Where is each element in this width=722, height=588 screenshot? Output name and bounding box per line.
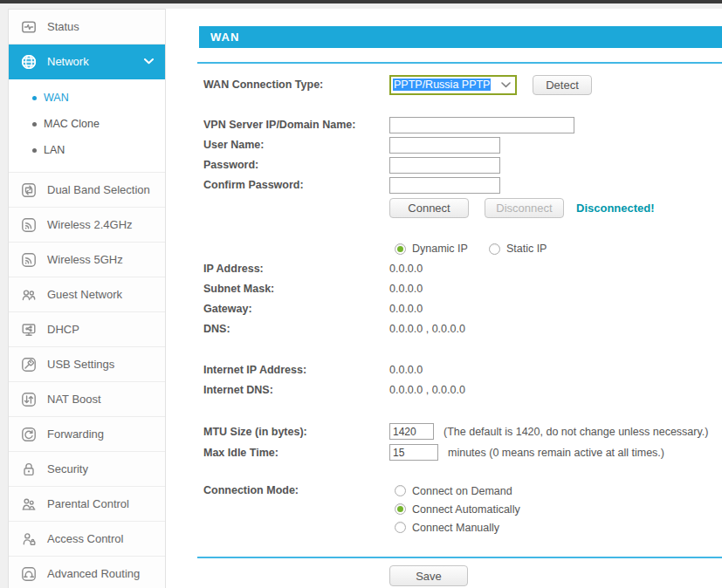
field-label: Subnet Mask:: [203, 283, 389, 295]
save-button[interactable]: Save: [389, 565, 468, 586]
submenu-item-label: MAC Clone: [44, 118, 100, 130]
field-label: Connection Mode:: [203, 482, 389, 500]
field-label: User Name:: [203, 139, 389, 151]
dual-band-icon: [20, 181, 38, 199]
sidebar-item-dhcp[interactable]: DHCP: [9, 312, 165, 347]
disconnect-button[interactable]: Disconnect: [485, 198, 564, 218]
sidebar-item-label: Guest Network: [47, 288, 122, 301]
sidebar-item-label: Wireless 5GHz: [47, 253, 123, 266]
sidebar-item-label: Dual Band Selection: [47, 183, 150, 196]
status-icon: [20, 18, 38, 36]
family-icon: [20, 496, 38, 513]
row-address-mode: Dynamic IP Static IP: [203, 239, 547, 258]
sidebar-item-guest-network[interactable]: Guest Network: [9, 277, 165, 312]
sidebar-item-usb-settings[interactable]: USB Settings: [9, 347, 165, 382]
row-mtu: MTU Size (in bytes): (The default is 142…: [203, 422, 708, 441]
sidebar-item-label: Forwarding: [47, 427, 104, 441]
lock-icon: [20, 461, 38, 478]
wifi-icon: [20, 216, 38, 234]
row-vpn-server: VPN Server IP/Domain Name:: [203, 116, 574, 133]
sidebar-item-access-control[interactable]: Access Control: [9, 522, 165, 557]
detect-button[interactable]: Detect: [533, 75, 592, 95]
submenu-item-label: LAN: [44, 144, 65, 156]
monitor-icon: [20, 321, 38, 338]
sidebar: Status Network WAN MAC Clone LAN Dual Ba…: [8, 9, 166, 588]
row-dns: DNS: 0.0.0.0 , 0.0.0.0: [203, 318, 465, 338]
field-label: Confirm Password:: [203, 179, 389, 191]
sidebar-item-network[interactable]: Network: [9, 44, 165, 79]
row-gateway: Gateway: 0.0.0.0: [203, 298, 423, 318]
routing-icon: [20, 565, 38, 583]
page-title: WAN: [210, 31, 239, 44]
sidebar-item-label: DHCP: [47, 323, 79, 336]
wifi-icon: [20, 251, 38, 269]
radio-label: Dynamic IP: [412, 243, 468, 255]
row-wan-connection-type: WAN Connection Type: PPTP/Russia PPTP De…: [203, 74, 592, 95]
connect-automatically-radio[interactable]: [395, 503, 406, 515]
sidebar-item-nat-boost[interactable]: NAT Boost: [9, 382, 165, 417]
row-password: Password:: [203, 156, 500, 174]
max-idle-input[interactable]: [389, 444, 438, 461]
up-down-arrows-icon: [20, 391, 38, 408]
max-idle-note: minutes (0 means remain active at all ti…: [448, 447, 664, 459]
row-connection-mode: Connection Mode: Connect on Demand Conne…: [203, 482, 520, 537]
field-label: Internet IP Address:: [203, 364, 389, 376]
static-ip-radio[interactable]: [489, 243, 500, 255]
vpn-server-input[interactable]: [389, 117, 574, 133]
connect-on-demand-radio[interactable]: [395, 485, 406, 496]
field-label: VPN Server IP/Domain Name:: [203, 119, 389, 131]
submenu-item-lan[interactable]: LAN: [9, 137, 165, 163]
wan-connection-type-select[interactable]: PPTP/Russia PPTP: [389, 75, 517, 95]
confirm-password-input[interactable]: [389, 177, 500, 194]
sidebar-item-advanced-routing[interactable]: Advanced Routing: [9, 557, 165, 588]
row-save: Save: [203, 565, 468, 586]
sidebar-item-security[interactable]: Security: [9, 452, 165, 487]
chevron-down-icon: [144, 58, 154, 65]
field-label: WAN Connection Type:: [203, 79, 389, 91]
connect-button[interactable]: Connect: [389, 198, 469, 218]
sidebar-item-label: Status: [47, 20, 79, 33]
user-name-input[interactable]: [389, 137, 500, 154]
sidebar-item-label: Access Control: [47, 532, 123, 545]
row-connect-buttons: Connect Disconnect Disconnected!: [203, 197, 655, 218]
people-icon: [20, 286, 38, 304]
sidebar-item-parental-control[interactable]: Parental Control: [9, 487, 165, 522]
dynamic-ip-radio[interactable]: [395, 243, 406, 255]
field-value: 0.0.0.0: [389, 303, 423, 315]
sidebar-item-label: USB Settings: [47, 358, 114, 371]
field-value: 0.0.0.0: [389, 263, 423, 275]
field-value: 0.0.0.0: [389, 283, 423, 295]
sidebar-item-label: NAT Boost: [47, 393, 101, 406]
field-label: Password:: [203, 159, 389, 171]
password-input[interactable]: [389, 157, 500, 174]
page-title-bar: WAN: [199, 26, 722, 48]
sidebar-item-wireless-5ghz[interactable]: Wireless 5GHz: [9, 243, 165, 277]
sidebar-item-label: Security: [47, 462, 88, 475]
radio-label: Connect on Demand: [412, 485, 512, 497]
row-max-idle: Max Idle Time: minutes (0 means remain a…: [203, 443, 664, 462]
mtu-input[interactable]: [389, 423, 434, 440]
sidebar-item-wireless-24ghz[interactable]: Wireless 2.4GHz: [9, 208, 165, 243]
row-internet-dns: Internet DNS: 0.0.0.0 , 0.0.0.0: [203, 379, 465, 400]
connection-mode-options: Connect on Demand Connect Automatically …: [395, 482, 520, 537]
sidebar-item-forwarding[interactable]: Forwarding: [9, 417, 165, 452]
connection-status-text: Disconnected!: [576, 202, 655, 215]
network-submenu: WAN MAC Clone LAN: [9, 79, 165, 173]
sidebar-item-status[interactable]: Status: [9, 10, 165, 44]
field-label: DNS:: [203, 323, 389, 335]
sidebar-item-label: Network: [47, 55, 89, 68]
field-label: Max Idle Time:: [203, 447, 389, 459]
field-value: 0.0.0.0: [389, 364, 423, 376]
selected-option: PPTP/Russia PPTP: [393, 79, 491, 91]
row-ip-address: IP Address: 0.0.0.0: [203, 258, 423, 278]
field-label: Gateway:: [203, 303, 389, 315]
submenu-item-wan[interactable]: WAN: [9, 85, 165, 111]
row-user-name: User Name:: [203, 136, 500, 154]
submenu-item-label: WAN: [44, 92, 69, 104]
row-internet-ip: Internet IP Address: 0.0.0.0: [203, 359, 423, 379]
connect-manually-radio[interactable]: [395, 522, 406, 533]
submenu-item-mac-clone[interactable]: MAC Clone: [9, 111, 165, 137]
bottom-divider: [197, 557, 722, 558]
sidebar-item-dual-band-selection[interactable]: Dual Band Selection: [9, 173, 165, 208]
field-label: MTU Size (in bytes):: [203, 426, 389, 438]
